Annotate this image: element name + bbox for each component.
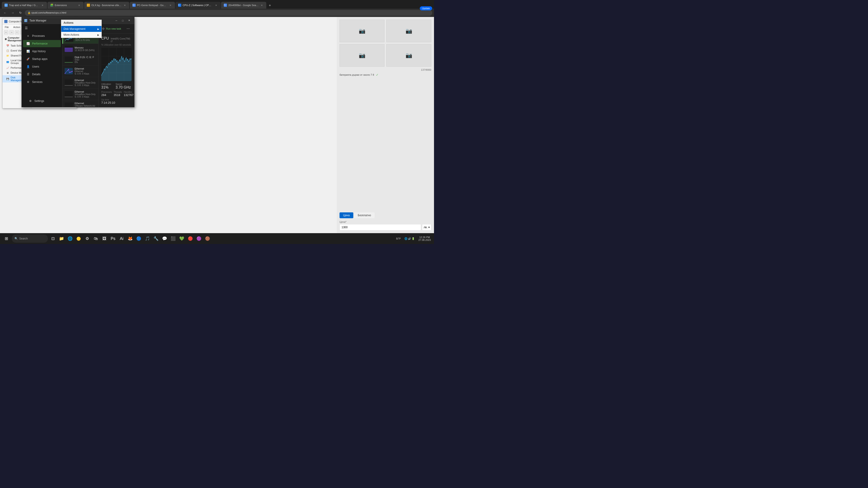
taskbar-ps[interactable]: Ps	[109, 234, 117, 242]
disk-mgmt-arrow: ▶	[97, 28, 99, 30]
device-ethernet-2[interactable]: Ethernet VirtualBox Host-Only S: 0 R: 0 …	[62, 77, 98, 89]
tab-price[interactable]: Цена	[340, 213, 353, 218]
reload-btn[interactable]: ↻	[17, 10, 24, 16]
taskbar: ⊞ 🔍 Search ⊡ 📁 🌐 🟡 ⚙ 🛍 🖼 Ps Ai 🦊 🔵 🎵 🔧 💬…	[0, 233, 434, 244]
address-bar[interactable]: 🔒 cpuid.com/softwares/cpu-z.html	[25, 10, 432, 16]
taskbar-explorer[interactable]: 📁	[57, 234, 66, 242]
tab-2-close[interactable]: ✕	[77, 3, 81, 7]
tab-1[interactable]: 🗂 Trap and a Half Map / Gonna w... ✕	[2, 2, 47, 8]
nav-startup-apps[interactable]: 🚀 Startup apps	[23, 55, 61, 63]
actions-more-actions[interactable]: More Actions ▶	[61, 32, 101, 38]
taskbar-search[interactable]: 🔍 Search	[12, 234, 48, 242]
device-ethernet-4[interactable]: Ethernet VMware Network Ad S: 0 R: 0 Kbp…	[62, 100, 98, 107]
forward-btn[interactable]: →	[9, 10, 16, 16]
tab-5[interactable]: C CPU-Z | Softwares | CPUID ✕	[176, 2, 221, 8]
disk-device-name: Disk 0 (G: C: E: F	[74, 56, 96, 59]
utilization-stat: Utilization 31%	[101, 83, 111, 90]
tab-3-close[interactable]: ✕	[123, 3, 127, 7]
tab-6[interactable]: G 20n4000bri - Google Search ✕	[221, 2, 266, 8]
tab-free[interactable]: Безплатно	[354, 213, 375, 218]
settings-icon: ⚙	[29, 99, 32, 103]
taskbar-app1[interactable]: 🔴	[186, 234, 194, 242]
nav-startup-apps-label: Startup apps	[32, 57, 48, 61]
taskbar-clock[interactable]: 12:26 PM 27.08.2023	[417, 236, 432, 241]
taskbar-browser2[interactable]: 🦊	[126, 234, 134, 242]
new-tab-btn[interactable]: +	[267, 2, 273, 8]
device-ethernet-3[interactable]: Ethernet VirtualBox Host-Only S: 0 R: 0 …	[62, 89, 98, 100]
tab-3-title: OLX.bg - Безплатни обяви...	[91, 4, 122, 6]
nav-app-history[interactable]: 📊 App history	[23, 48, 61, 55]
taskbar-language[interactable]: БГР	[395, 234, 402, 243]
nav-users[interactable]: 👤 Users	[23, 63, 61, 70]
actions-menu-header: Actions	[61, 20, 101, 26]
eth2-device-sub2: S: 0 R: 0 Kbps	[74, 84, 96, 87]
tab-1-close[interactable]: ✕	[41, 3, 44, 7]
tab-6-close[interactable]: ✕	[260, 3, 264, 7]
start-button[interactable]: ⊞	[2, 234, 11, 243]
device-ethernet-1[interactable]: Ethernet Ethernet S: 0 R: 0 Kbps	[62, 66, 98, 77]
toolbar-btn-back[interactable]: ←	[4, 30, 8, 34]
toolbar-btn-forward[interactable]: →	[9, 30, 14, 34]
task-manager-close[interactable]: ✕	[126, 18, 132, 23]
taskbar-terminal[interactable]: ⬛	[169, 234, 177, 242]
memory-info: Memory 12.9/23.8 GB (54%)	[74, 46, 96, 52]
nav-details[interactable]: ☰ Details	[23, 71, 61, 78]
nav-performance[interactable]: 📈 Performance	[23, 40, 61, 47]
tab-3[interactable]: 🏷 OLX.bg - Безплатни обяви... ✕	[84, 2, 129, 8]
taskbar-task-view[interactable]: ⊡	[49, 234, 57, 242]
taskbar-app3[interactable]: 🟤	[204, 234, 212, 242]
run-new-task-button[interactable]: ➕ Run new task	[99, 26, 123, 31]
taskbar-app2[interactable]: 🟣	[195, 234, 203, 242]
run-task-label: Run new task	[106, 27, 121, 30]
more-options-button[interactable]: ⋯	[125, 26, 131, 32]
nav-settings[interactable]: ⚙ Settings	[25, 97, 59, 105]
taskbar-store[interactable]: 🛍	[92, 234, 100, 242]
utilization-value: 31%	[101, 86, 111, 90]
threads-stat: Threads 3518	[114, 91, 122, 97]
taskbar-chrome2[interactable]: 🔵	[135, 234, 143, 242]
taskbar-system-icons[interactable]: 🌐 🔊 🔋	[403, 234, 416, 243]
run-task-icon: ➕	[102, 27, 105, 30]
menu-action[interactable]: Action	[12, 25, 21, 29]
tab-2[interactable]: 🧩 Extensions ✕	[48, 2, 84, 8]
taskbar-whatsapp[interactable]: 💚	[178, 234, 186, 242]
taskbar-spotify[interactable]: 🎵	[143, 234, 151, 242]
taskbar-settings[interactable]: ⚙	[83, 234, 91, 242]
back-btn[interactable]: ←	[2, 10, 8, 16]
nav-processes[interactable]: ≡ Processes	[23, 32, 61, 39]
task-manager-minimize[interactable]: ─	[114, 18, 119, 23]
price-input[interactable]	[340, 224, 421, 230]
eth1-info: Ethernet Ethernet S: 0 R: 0 Kbps	[74, 67, 96, 75]
uptime-label: Up time	[101, 98, 133, 101]
eth3-device-sub2: S: 0 R: 0 Kbps	[74, 96, 96, 98]
startup-apps-icon: 🚀	[26, 57, 30, 61]
actions-disk-management[interactable]: Disk Management ▶	[61, 26, 101, 32]
task-manager-maximize[interactable]: □	[120, 18, 126, 23]
processes-stat: Processes 284	[101, 91, 112, 97]
currency-select[interactable]: лв. ▾	[422, 224, 431, 230]
nav-details-label: Details	[32, 73, 40, 76]
eth2-device-name: Ethernet	[74, 79, 96, 82]
task-manager-content: CPU 31% 3.70 GHz Memor	[62, 34, 134, 107]
device-memory[interactable]: Memory 12.9/23.8 GB (54%)	[62, 44, 98, 54]
comp-mgmt-icon	[4, 20, 7, 23]
volume-icon: 🔊	[408, 237, 411, 240]
taskbar-photos[interactable]: 🖼	[100, 234, 108, 242]
actions-context-menu: Actions Disk Management ▶ More Actions ▶	[61, 20, 102, 38]
tab-4[interactable]: G PC-Genie thinkpad - Google S... ✕	[130, 2, 175, 8]
taskbar-edge[interactable]: 🌐	[66, 234, 74, 242]
update-button[interactable]: Update	[420, 6, 432, 10]
hamburger-btn[interactable]: ☰	[22, 24, 62, 32]
toolbar-btn-up[interactable]: ↑	[15, 30, 19, 34]
taskbar-ai[interactable]: Ai	[118, 234, 126, 242]
nav-services[interactable]: ⚙ Services	[23, 78, 61, 86]
taskbar-gear[interactable]: 🔧	[152, 234, 160, 242]
tab-4-close[interactable]: ✕	[168, 3, 172, 7]
menu-file[interactable]: File	[4, 25, 10, 29]
device-disk[interactable]: Disk 0 (G: C: E: F SSD 0%	[62, 54, 98, 66]
users-icon: 👤	[26, 65, 30, 68]
taskbar-teams[interactable]: 💬	[160, 234, 168, 242]
tab-5-close[interactable]: ✕	[214, 3, 218, 7]
taskbar-chrome[interactable]: 🟡	[74, 234, 83, 242]
threads-value: 3518	[114, 93, 122, 97]
